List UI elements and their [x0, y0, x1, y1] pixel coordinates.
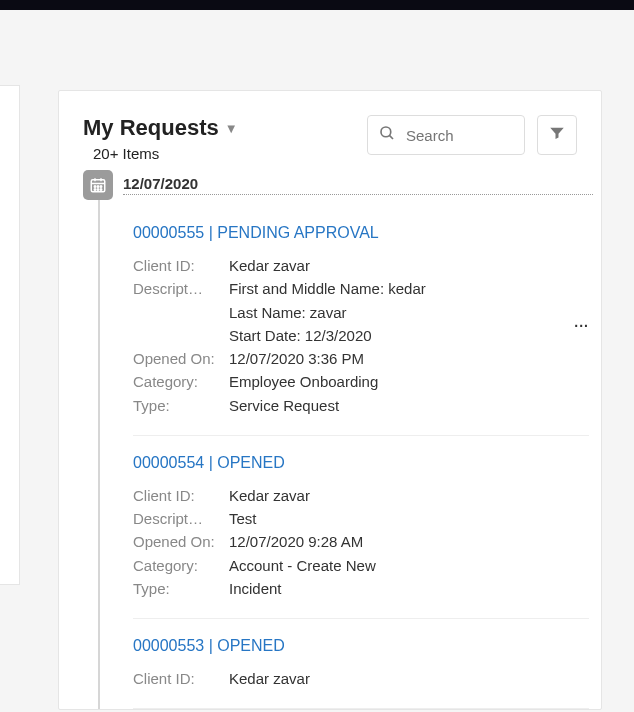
app-topbar: [0, 0, 634, 10]
